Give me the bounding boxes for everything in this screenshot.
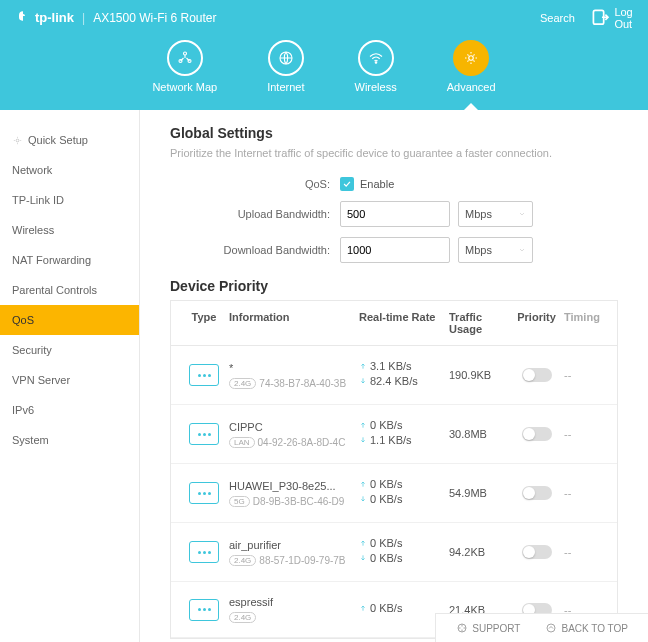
- download-unit-select[interactable]: Mbps: [458, 237, 533, 263]
- sidebar-item-nat-forwarding[interactable]: NAT Forwarding: [0, 245, 139, 275]
- upload-label: Upload Bandwidth:: [170, 208, 340, 220]
- nav-label: Network Map: [152, 81, 217, 93]
- nav-internet[interactable]: Internet: [267, 40, 304, 110]
- priority-toggle[interactable]: [522, 486, 552, 500]
- sidebar-item-security[interactable]: Security: [0, 335, 139, 365]
- down-rate: 1.1 KB/s: [370, 434, 412, 446]
- sidebar-item-ipv6[interactable]: IPv6: [0, 395, 139, 425]
- timing-value: --: [564, 428, 604, 440]
- traffic-usage: 190.9KB: [449, 369, 509, 381]
- support-icon: [456, 622, 468, 634]
- svg-point-7: [375, 62, 377, 64]
- col-rate: Real-time Rate: [359, 311, 449, 335]
- device-priority-title: Device Priority: [170, 278, 618, 294]
- device-mac: 04-92-26-8A-8D-4C: [258, 437, 346, 448]
- table-row: air_purifier2.4G88-57-1D-09-79-7B0 KB/s0…: [171, 523, 617, 582]
- nav-label: Internet: [267, 81, 304, 93]
- table-row: CIPPCLAN04-92-26-8A-8D-4C0 KB/s1.1 KB/s3…: [171, 405, 617, 464]
- search-label: Search: [540, 12, 575, 24]
- download-input[interactable]: [340, 237, 450, 263]
- logout-label: Log Out: [614, 6, 633, 30]
- col-type: Type: [179, 311, 229, 335]
- up-arrow-icon: [359, 604, 367, 612]
- sidebar-item-parental-controls[interactable]: Parental Controls: [0, 275, 139, 305]
- timing-value: --: [564, 487, 604, 499]
- device-name: CIPPC: [229, 421, 359, 433]
- up-rate: 0 KB/s: [370, 602, 402, 614]
- priority-toggle[interactable]: [522, 545, 552, 559]
- up-arrow-icon: [359, 362, 367, 370]
- download-label: Download Bandwidth:: [170, 244, 340, 256]
- down-rate: 82.4 KB/s: [370, 375, 418, 387]
- svg-point-9: [16, 139, 19, 142]
- qos-enable-checkbox[interactable]: [340, 177, 354, 191]
- col-info: Information: [229, 311, 359, 335]
- internet-icon: [277, 49, 295, 67]
- nav-wireless[interactable]: Wireless: [355, 40, 397, 110]
- up-arrow-icon: [545, 622, 557, 634]
- sidebar-item-network[interactable]: Network: [0, 155, 139, 185]
- band-badge: 2.4G: [229, 378, 256, 389]
- upload-unit-select[interactable]: Mbps: [458, 201, 533, 227]
- table-row: HUAWEI_P30-8e25...5GD8-9B-3B-BC-46-D90 K…: [171, 464, 617, 523]
- svg-point-11: [547, 624, 555, 632]
- sidebar-item-vpn-server[interactable]: VPN Server: [0, 365, 139, 395]
- network-map-icon: [176, 49, 194, 67]
- sidebar-item-system[interactable]: System: [0, 425, 139, 455]
- traffic-usage: 94.2KB: [449, 546, 509, 558]
- device-icon: [189, 423, 219, 445]
- device-mac: 88-57-1D-09-79-7B: [259, 555, 345, 566]
- timing-value: --: [564, 546, 604, 558]
- sidebar-item-wireless[interactable]: Wireless: [0, 215, 139, 245]
- advanced-icon: [462, 49, 480, 67]
- down-arrow-icon: [359, 436, 367, 444]
- col-priority: Priority: [509, 311, 564, 335]
- brand-logo: tp-link: [15, 10, 74, 26]
- device-icon: [189, 364, 219, 386]
- chevron-down-icon: [518, 210, 526, 218]
- traffic-usage: 54.9MB: [449, 487, 509, 499]
- device-name: air_purifier: [229, 539, 359, 551]
- divider: |: [82, 11, 85, 25]
- global-settings-desc: Prioritize the Internet traffic of speci…: [170, 147, 618, 159]
- priority-toggle[interactable]: [522, 427, 552, 441]
- table-row: *2.4G74-38-B7-8A-40-3B3.1 KB/s82.4 KB/s1…: [171, 346, 617, 405]
- back-to-top-link[interactable]: BACK TO TOP: [545, 622, 628, 634]
- search-link[interactable]: Search: [536, 12, 575, 24]
- gear-icon: [12, 135, 23, 146]
- upload-input[interactable]: [340, 201, 450, 227]
- band-badge: 2.4G: [229, 555, 256, 566]
- enable-label: Enable: [360, 178, 394, 190]
- nav-label: Wireless: [355, 81, 397, 93]
- device-mac: D8-9B-3B-BC-46-D9: [253, 496, 345, 507]
- timing-value: --: [564, 369, 604, 381]
- down-rate: 0 KB/s: [370, 552, 402, 564]
- device-name: espressif: [229, 596, 359, 608]
- col-usage: Traffic Usage: [449, 311, 509, 335]
- up-arrow-icon: [359, 539, 367, 547]
- sidebar-item-qos[interactable]: QoS: [0, 305, 139, 335]
- down-arrow-icon: [359, 554, 367, 562]
- model-name: AX1500 Wi-Fi 6 Router: [93, 11, 216, 25]
- logout-link[interactable]: Log Out: [590, 6, 633, 30]
- traffic-usage: 30.8MB: [449, 428, 509, 440]
- up-rate: 0 KB/s: [370, 419, 402, 431]
- up-arrow-icon: [359, 480, 367, 488]
- priority-toggle[interactable]: [522, 368, 552, 382]
- up-rate: 0 KB/s: [370, 537, 402, 549]
- support-link[interactable]: SUPPORT: [456, 622, 520, 634]
- col-timing: Timing: [564, 311, 604, 335]
- sidebar-item-quick-setup[interactable]: Quick Setup: [0, 125, 139, 155]
- svg-point-8: [469, 56, 474, 61]
- device-mac: 74-38-B7-8A-40-3B: [259, 378, 346, 389]
- device-icon: [189, 541, 219, 563]
- brand-text: tp-link: [35, 10, 74, 25]
- device-icon: [189, 482, 219, 504]
- nav-advanced[interactable]: Advanced: [447, 40, 496, 110]
- down-arrow-icon: [359, 377, 367, 385]
- up-rate: 3.1 KB/s: [370, 360, 412, 372]
- band-badge: 2.4G: [229, 612, 256, 623]
- nav-network-map[interactable]: Network Map: [152, 40, 217, 110]
- wireless-icon: [367, 49, 385, 67]
- sidebar-item-tp-link-id[interactable]: TP-Link ID: [0, 185, 139, 215]
